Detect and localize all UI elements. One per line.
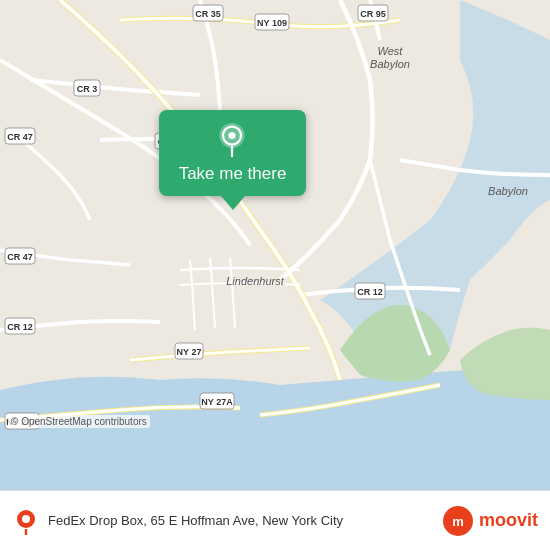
moovit-name: moovit (479, 510, 538, 531)
svg-point-33 (22, 515, 30, 523)
copyright-text: © OpenStreetMap contributors (8, 415, 150, 428)
popup-arrow (221, 196, 245, 210)
take-me-there-popup[interactable]: Take me there (140, 110, 325, 210)
location-text: FedEx Drop Box, 65 E Hoffman Ave, New Yo… (48, 513, 434, 528)
moovit-icon: m (442, 505, 474, 537)
svg-text:NY 27: NY 27 (177, 347, 202, 357)
moovit-logo: m moovit (442, 505, 538, 537)
map-container: CR 35 CR 95 NY 109 CR 3 CR 2 CR 47 CR 47… (0, 0, 550, 490)
svg-text:Babylon: Babylon (488, 185, 528, 197)
svg-text:NY 109: NY 109 (257, 18, 287, 28)
svg-text:CR 12: CR 12 (7, 322, 33, 332)
popup-label: Take me there (179, 164, 287, 184)
svg-text:CR 47: CR 47 (7, 252, 33, 262)
svg-text:CR 3: CR 3 (77, 84, 98, 94)
svg-text:CR 12: CR 12 (357, 287, 383, 297)
svg-point-31 (229, 132, 236, 139)
svg-text:NY 27A: NY 27A (201, 397, 233, 407)
bottom-bar: FedEx Drop Box, 65 E Hoffman Ave, New Yo… (0, 490, 550, 550)
svg-text:CR 35: CR 35 (195, 9, 221, 19)
svg-text:Lindenhurst: Lindenhurst (226, 275, 284, 287)
popup-box[interactable]: Take me there (159, 110, 307, 196)
svg-text:m: m (452, 514, 464, 529)
svg-text:CR 47: CR 47 (7, 132, 33, 142)
svg-text:CR 95: CR 95 (360, 9, 386, 19)
fedex-location-icon (12, 507, 40, 535)
location-pin-icon (214, 122, 250, 158)
svg-text:Babylon: Babylon (370, 58, 410, 70)
svg-text:West: West (378, 45, 404, 57)
